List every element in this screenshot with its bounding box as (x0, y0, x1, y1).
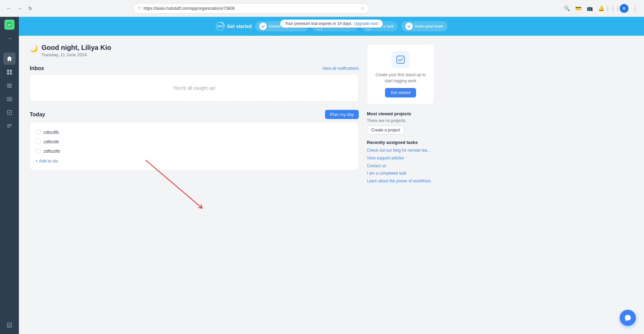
inbox-empty-text: You're all caught up! (173, 85, 215, 91)
step1-check-icon (259, 23, 267, 30)
assigned-link-1[interactable]: Check out our blog for remote tea... (367, 148, 434, 153)
menu-icon-btn[interactable]: ⋮ (631, 4, 640, 13)
svg-rect-4 (10, 72, 12, 74)
greeting-title: Good night, Liliya Kio (41, 44, 111, 52)
sidebar-item-tasks[interactable] (3, 80, 16, 92)
onboarding-bar: Your premium trial expires in 14 days. U… (19, 17, 644, 36)
moon-icon: 🌙 (30, 44, 38, 53)
assigned-link-5[interactable]: Learn about the power of workflows (367, 178, 434, 184)
todo-item-3: zdfbzdfb (35, 146, 353, 156)
recently-assigned-section: Recently assigned tasks Check out our bl… (367, 140, 434, 184)
standup-description: Create your first stand-up to start logg… (374, 72, 427, 84)
apps-icon-btn[interactable]: ⋮⋮⋮ (608, 4, 618, 13)
security-icon: 🛡 (138, 6, 142, 11)
chat-button[interactable] (620, 310, 636, 326)
svg-point-6 (8, 98, 10, 100)
notifications-icon-btn[interactable]: 🔔 (597, 4, 606, 13)
inbox-box: You're all caught up! (30, 74, 359, 102)
trial-text: Your premium trial expires in 14 days. (285, 21, 352, 26)
logo[interactable] (4, 20, 14, 30)
svg-rect-3 (7, 72, 9, 74)
todo-checkbox-1[interactable] (35, 129, 41, 135)
todo-checkbox-2[interactable] (35, 139, 41, 144)
todo-text-3: zdfbzdfb (43, 149, 60, 154)
create-project-button[interactable]: Create a project (367, 126, 404, 134)
content-area: Your premium trial expires in 14 days. U… (19, 17, 644, 334)
search-icon-btn[interactable]: 🔍 (562, 4, 572, 13)
browser-chrome: ← → ↻ 🛡 https://tasks.hubstaff.com/app/o… (0, 0, 644, 17)
svg-rect-5 (7, 97, 12, 101)
sidebar-item-screenshots[interactable] (3, 93, 16, 105)
url-text: https://tasks.hubstaff.com/app/organizat… (144, 6, 358, 11)
step4-label: Invite your team (415, 24, 443, 29)
progress-circle-50: 50% (215, 22, 225, 31)
inbox-header: Inbox View all notifications (30, 65, 359, 71)
browser-right-icons: 🔍 💳 📺 🔔 ⋮⋮⋮ R ⋮ (562, 4, 640, 13)
standup-get-started-button[interactable]: Get started (385, 88, 416, 97)
get-started-label: Get started (227, 24, 252, 29)
bookmark-icon[interactable]: ☆ (360, 6, 365, 11)
sidebar-expand-btn[interactable]: → (3, 32, 16, 44)
greeting-text: Good night, Liliya Kio Tuesday, 11 June … (41, 44, 111, 57)
greeting-section: 🌙 Good night, Liliya Kio Tuesday, 11 Jun… (30, 44, 359, 57)
upgrade-link[interactable]: Upgrade now (354, 21, 378, 26)
svg-rect-2 (10, 70, 12, 72)
app-container: → Your premium trial expires in 14 d (0, 17, 644, 334)
most-viewed-section: Most viewed projects There are no projec… (367, 111, 434, 134)
today-header: Today Plan my day (30, 110, 359, 119)
assigned-link-3[interactable]: Contact us (367, 163, 434, 169)
back-button[interactable]: ← (4, 4, 13, 13)
step-invite-team[interactable]: Invite your team (401, 21, 447, 31)
recently-assigned-title: Recently assigned tasks (367, 140, 434, 145)
browser-nav-buttons: ← → ↻ (4, 4, 35, 13)
wallet-icon-btn[interactable]: 💳 (574, 4, 583, 13)
inbox-title: Inbox (30, 65, 44, 71)
greeting-date: Tuesday, 11 June 2024 (41, 52, 111, 57)
todo-text-2: zdfbzdb (43, 139, 59, 144)
plan-day-button[interactable]: Plan my day (325, 110, 359, 119)
todo-checkbox-3[interactable] (35, 148, 41, 154)
user-avatar[interactable]: R (620, 4, 628, 13)
sidebar-item-timesheets[interactable] (3, 120, 16, 132)
refresh-button[interactable]: ↻ (26, 4, 35, 13)
step-get-started[interactable]: 50% Get started (215, 22, 252, 31)
standup-card: Create your first stand-up to start logg… (367, 44, 434, 104)
progress-percent: 50% (217, 25, 223, 28)
add-todo-button[interactable]: + Add to-do (35, 157, 58, 165)
standup-icon-container (392, 51, 409, 68)
today-box: zdbzdfb zdfbzdb zdfbzdfb + Add to-do (30, 122, 359, 171)
mini-sidebar: → (0, 17, 19, 334)
assigned-link-2[interactable]: View support articles (367, 155, 434, 161)
no-projects-text: There are no projects. (367, 118, 434, 123)
trial-banner: Your premium trial expires in 14 days. U… (280, 20, 383, 28)
todo-text-1: zdbzdfb (43, 130, 59, 135)
svg-point-0 (7, 22, 12, 27)
content-inner: 🌙 Good night, Liliya Kio Tuesday, 11 Jun… (30, 44, 434, 186)
forward-button[interactable]: → (15, 4, 24, 13)
sidebar-item-todos[interactable] (3, 107, 16, 119)
todo-item-2: zdfbzdb (35, 137, 353, 146)
svg-rect-1 (7, 70, 9, 72)
left-panel: 🌙 Good night, Liliya Kio Tuesday, 11 Jun… (30, 44, 359, 186)
today-title: Today (30, 112, 45, 118)
right-panel: Create your first stand-up to start logg… (367, 44, 434, 186)
sidebar-item-home[interactable] (3, 53, 16, 65)
sidebar-item-reports[interactable] (3, 319, 16, 331)
assigned-link-4[interactable]: I am a completed task (367, 171, 434, 176)
view-all-notifications-link[interactable]: View all notifications (322, 66, 359, 71)
cast-icon-btn[interactable]: 📺 (585, 4, 595, 13)
step4-check-icon (405, 23, 413, 30)
address-bar[interactable]: 🛡 https://tasks.hubstaff.com/app/organiz… (133, 3, 369, 13)
most-viewed-title: Most viewed projects (367, 111, 434, 116)
todo-item-1: zdbzdfb (35, 127, 353, 137)
main-content: 🌙 Good night, Liliya Kio Tuesday, 11 Jun… (19, 36, 644, 334)
sidebar-item-projects[interactable] (3, 66, 16, 78)
svg-rect-10 (397, 56, 404, 63)
